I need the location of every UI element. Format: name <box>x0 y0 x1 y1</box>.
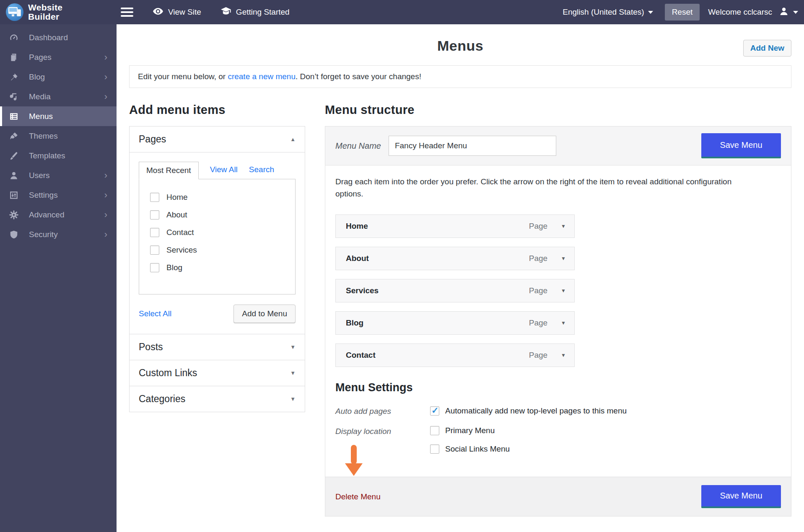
item-type-label: Page <box>529 286 547 295</box>
social-links-menu-option[interactable]: Social Links Menu <box>430 444 510 454</box>
select-all-link[interactable]: Select All <box>139 309 171 318</box>
auto-add-checkbox[interactable] <box>430 406 439 416</box>
menu-item-contact[interactable]: Contact Page ▼ <box>335 343 575 367</box>
page-checkbox-row-contact[interactable]: Contact <box>139 224 295 241</box>
sidebar-item-pages[interactable]: Pages › <box>0 47 117 67</box>
checkbox[interactable] <box>150 245 159 255</box>
main-content: Menus Add New Edit your menu below, or c… <box>117 24 804 532</box>
app-title: Website Builder <box>28 3 62 22</box>
website-builder-logo-icon <box>6 3 23 21</box>
menu-item-home[interactable]: Home Page ▼ <box>335 214 575 238</box>
chevron-right-icon: › <box>104 92 107 101</box>
view-site-link[interactable]: View Site <box>153 7 201 18</box>
page-title: Menus <box>129 24 791 54</box>
page-checkbox-row-about[interactable]: About <box>139 206 295 224</box>
checkbox[interactable] <box>150 193 159 202</box>
chevron-right-icon: › <box>104 171 107 180</box>
page-checkbox-row-home[interactable]: Home <box>139 189 295 206</box>
gauge-icon <box>9 33 19 42</box>
tab-view-all[interactable]: View All <box>210 165 238 179</box>
app-logo[interactable]: Website Builder <box>0 3 117 22</box>
item-expand-arrow-icon[interactable]: ▼ <box>561 320 566 326</box>
checkbox[interactable] <box>150 228 159 237</box>
sidebar-item-users[interactable]: Users › <box>0 165 117 185</box>
menu-item-services[interactable]: Services Page ▼ <box>335 279 575 302</box>
shield-icon <box>9 230 19 239</box>
delete-menu-link[interactable]: Delete Menu <box>335 492 381 501</box>
checkbox[interactable] <box>150 210 159 220</box>
sidebar-item-themes[interactable]: Themes <box>0 126 117 146</box>
page-checkbox-row-services[interactable]: Services <box>139 241 295 259</box>
add-to-menu-button[interactable]: Add to Menu <box>233 305 296 323</box>
pages-panel-body: Most Recent View All Search Home Ab <box>130 152 305 334</box>
primary-menu-checkbox[interactable] <box>430 426 439 435</box>
drag-instructions: Drag each item into the order you prefer… <box>335 176 750 200</box>
chevron-right-icon: › <box>104 53 107 62</box>
brush-icon <box>9 132 19 141</box>
create-new-menu-link[interactable]: create a new menu <box>228 72 296 81</box>
eye-icon <box>153 7 163 18</box>
item-type-label: Page <box>529 351 547 360</box>
hamburger-menu-icon[interactable] <box>121 5 133 19</box>
menu-item-blog[interactable]: Blog Page ▼ <box>335 311 575 335</box>
reset-button[interactable]: Reset <box>665 4 700 21</box>
sidebar-item-security[interactable]: Security › <box>0 225 117 244</box>
chevron-down-icon <box>648 11 653 14</box>
accordion-custom-links-header[interactable]: Custom Links ▼ <box>130 360 305 386</box>
save-menu-button-bottom[interactable]: Save Menu <box>701 485 781 508</box>
add-menu-items-heading: Add menu items <box>129 103 305 117</box>
accordion-categories-header[interactable]: Categories ▼ <box>130 386 305 412</box>
sidebar-item-advanced[interactable]: Advanced › <box>0 205 117 225</box>
sidebar-nav: Dashboard Pages › Blog › Media › Menus T… <box>0 24 117 532</box>
expand-arrow-icon[interactable]: ▼ <box>290 396 296 402</box>
sidebar-item-templates[interactable]: Templates <box>0 146 117 165</box>
social-links-menu-checkbox[interactable] <box>430 444 439 454</box>
primary-menu-option[interactable]: Primary Menu <box>430 426 510 435</box>
item-expand-arrow-icon[interactable]: ▼ <box>561 352 566 358</box>
save-menu-button-top[interactable]: Save Menu <box>701 133 781 158</box>
pin-icon <box>9 72 19 82</box>
accordion-pages-header[interactable]: Pages ▲ <box>130 127 305 152</box>
menu-name-input[interactable] <box>389 136 556 156</box>
chevron-right-icon: › <box>104 210 107 220</box>
chevron-right-icon: › <box>104 230 107 239</box>
edit-menu-notice: Edit your menu below, or create a new me… <box>129 65 791 88</box>
menu-name-bar: Menu Name Save Menu <box>325 127 791 165</box>
expand-arrow-icon[interactable]: ▼ <box>290 370 296 376</box>
gear-icon <box>9 210 19 220</box>
tab-search[interactable]: Search <box>249 165 274 179</box>
sidebar-item-dashboard[interactable]: Dashboard <box>0 28 117 47</box>
item-type-label: Page <box>529 222 547 231</box>
add-new-button[interactable]: Add New <box>743 40 791 57</box>
accordion-posts-header[interactable]: Posts ▼ <box>130 334 305 360</box>
chevron-right-icon: › <box>104 72 107 82</box>
menu-structure-footer: Delete Menu Save Menu <box>325 477 791 516</box>
user-account-menu[interactable] <box>779 6 798 18</box>
auto-add-option[interactable]: Automatically add new top-level pages to… <box>430 406 627 416</box>
menu-settings-heading: Menu Settings <box>335 381 781 394</box>
sidebar-item-menus[interactable]: Menus <box>0 106 117 126</box>
getting-started-link[interactable]: Getting Started <box>220 7 290 18</box>
menus-list-icon <box>9 112 19 121</box>
menu-item-about[interactable]: About Page ▼ <box>335 247 575 270</box>
welcome-user-label: Welcome cclcarsc <box>708 8 772 17</box>
media-icon <box>9 92 19 101</box>
item-type-label: Page <box>529 254 547 263</box>
menu-name-label: Menu Name <box>335 141 381 151</box>
item-type-label: Page <box>529 318 547 328</box>
checkbox[interactable] <box>150 263 159 272</box>
tab-most-recent[interactable]: Most Recent <box>139 162 199 179</box>
item-expand-arrow-icon[interactable]: ▼ <box>561 288 566 294</box>
page-checkbox-row-blog[interactable]: Blog <box>139 259 295 276</box>
sidebar-item-blog[interactable]: Blog › <box>0 67 117 87</box>
sidebar-item-media[interactable]: Media › <box>0 87 117 106</box>
item-expand-arrow-icon[interactable]: ▼ <box>561 256 566 261</box>
language-selector[interactable]: English (United States) <box>563 8 653 17</box>
display-location-row: Display location Primary Menu Social Lin… <box>335 426 781 454</box>
add-menu-items-panel: Pages ▲ Most Recent View All Search H <box>129 126 305 412</box>
item-expand-arrow-icon[interactable]: ▼ <box>561 223 566 229</box>
expand-arrow-icon[interactable]: ▼ <box>290 344 296 350</box>
auto-add-pages-label: Auto add pages <box>335 406 430 416</box>
sidebar-item-settings[interactable]: Settings › <box>0 185 117 205</box>
collapse-arrow-icon[interactable]: ▲ <box>290 136 296 142</box>
